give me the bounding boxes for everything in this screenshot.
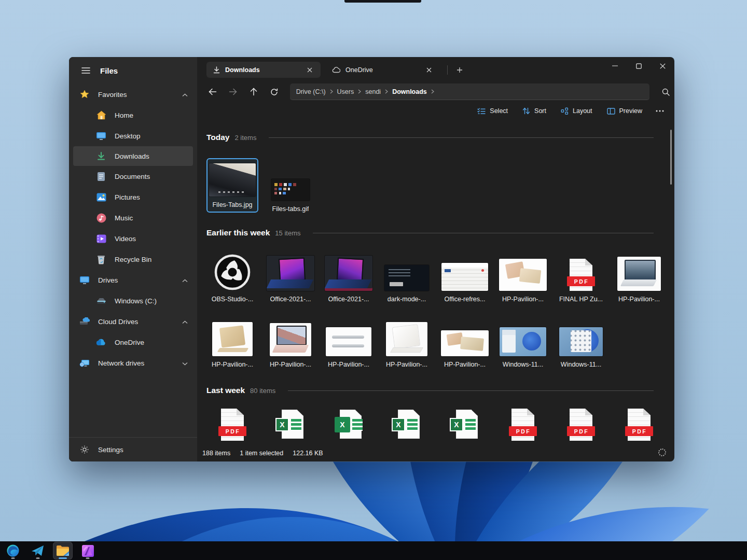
layout-button[interactable]: Layout [556,103,598,119]
desktop: Files Favorites [0,0,747,560]
sidebar-section-cloud-drives[interactable]: Cloud Drives [69,311,197,332]
sidebar-item-recycle-bin[interactable]: Recycle Bin [69,249,197,270]
file-item[interactable]: Windows-11... [555,327,607,368]
breadcrumb-item-current[interactable]: Downloads [392,88,427,95]
close-tab-icon[interactable] [423,64,435,76]
up-button[interactable] [244,84,263,100]
file-name: HP-Pavilion-... [386,361,427,368]
file-grid-area: Today 2 items Files-Tabs.jpg Files-tabs.… [197,120,665,461]
breadcrumb-item[interactable]: Users [337,88,354,95]
sidebar-label: Documents [115,173,150,180]
file-name: Office-refres... [445,296,486,303]
sidebar-item-home[interactable]: Home [69,105,197,125]
hamburger-menu-icon[interactable] [80,65,91,76]
sidebar-section-drives[interactable]: Drives [69,270,197,290]
background-window-sliver [344,0,421,3]
file-name: HP-Pavilion-... [618,296,660,303]
vertical-scrollbar[interactable] [670,130,672,185]
sidebar-item-pictures[interactable]: Pictures [69,187,197,207]
file-item[interactable]: Office-2021-... [265,256,316,303]
sidebar-label: Downloads [115,152,149,160]
excel-file-icon: X [450,410,480,441]
breadcrumb-item[interactable]: sendi [365,88,381,95]
chevron-up-icon[interactable] [182,91,188,99]
file-item[interactable]: Windows-11... [497,327,549,368]
close-tab-icon[interactable] [304,64,315,76]
file-item[interactable]: X [381,410,433,441]
taskbar-edge-icon[interactable] [3,542,23,559]
select-button[interactable]: Select [472,103,513,119]
photo-thumbnail [270,323,311,356]
file-item[interactable]: Office-refres... [439,263,491,303]
back-button[interactable] [203,84,222,100]
file-item[interactable]: Files-Tabs.jpg [206,158,258,213]
earlier-grid-row2: HP-Pavilion-... HP-Pavilion-... HP-Pavil… [206,316,665,368]
search-icon[interactable] [657,84,674,100]
maximize-button[interactable] [627,57,651,75]
sidebar-item-documents[interactable]: Documents [69,166,197,187]
file-item[interactable]: HP-Pavilion-... [265,323,316,368]
document-icon [96,171,106,181]
new-tab-button[interactable] [452,63,467,77]
file-item[interactable]: HP-Pavilion-... [439,330,491,368]
sidebar-label: Windows (C:) [115,297,157,305]
file-item[interactable]: PDF FINAL HP Zu... [555,259,607,303]
section-divider [269,137,654,138]
sidebar-item-music[interactable]: Music [69,207,197,228]
sidebar-item-onedrive[interactable]: OneDrive [69,332,197,353]
screenshot-thumbnail [384,265,429,291]
chevron-up-icon[interactable] [182,276,188,284]
chevron-right-icon [384,87,389,97]
file-item[interactable]: HP-Pavilion-... [497,259,549,303]
file-item[interactable]: Office-2021-... [323,256,375,303]
sidebar-item-settings[interactable]: Settings [69,438,197,461]
breadcrumb-item[interactable]: Drive (C:\) [296,88,326,95]
section-count: 15 items [275,229,300,237]
close-button[interactable] [651,57,674,75]
file-item[interactable]: PDF [613,409,665,441]
address-bar[interactable]: Drive (C:\) Users sendi Downloads [290,83,650,100]
photo-thumbnail [326,327,371,356]
file-item[interactable]: PDF [206,409,258,441]
monitor-icon [96,131,106,141]
taskbar-affinity-photo-icon[interactable] [78,542,98,559]
file-item[interactable]: HP-Pavilion-... [613,257,665,303]
file-item[interactable]: PDF [497,409,549,441]
section-header-last-week: Last week 80 items [206,386,654,395]
chevron-up-icon[interactable] [182,318,188,326]
taskbar-files-icon[interactable] [53,542,73,559]
section-divider [313,233,654,233]
more-options-button[interactable] [652,107,668,115]
sidebar-item-windows-c[interactable]: Windows (C:) [69,290,197,311]
onedrive-cloud-icon [96,337,106,347]
minimize-button[interactable] [603,57,627,75]
file-item[interactable]: PDF [555,409,607,441]
refresh-button[interactable] [265,84,284,100]
sidebar-section-favorites[interactable]: Favorites [69,84,197,105]
section-divider [288,390,654,391]
cloud-tab-icon [332,65,340,75]
file-item[interactable]: X [323,410,375,441]
file-item[interactable]: HP-Pavilion-... [323,327,375,368]
preview-button[interactable]: Preview [602,103,647,119]
taskbar-telegram-icon[interactable] [28,542,48,559]
sort-button[interactable]: Sort [517,103,551,119]
music-icon [96,213,106,223]
photo-thumbnail [441,330,489,356]
tab-downloads[interactable]: Downloads [206,62,321,78]
chevron-down-icon[interactable] [182,359,188,367]
file-item[interactable]: dark-mode-... [381,265,433,303]
file-item[interactable]: X [265,410,316,441]
sidebar-item-videos[interactable]: Videos [69,228,197,249]
tab-onedrive[interactable]: OneDrive [326,62,440,78]
file-item[interactable]: X [439,410,491,441]
file-item[interactable]: Files-tabs.gif [265,179,316,213]
file-item[interactable]: HP-Pavilion-... [381,322,433,368]
forward-button[interactable] [224,84,243,100]
sidebar-item-desktop[interactable]: Desktop [69,125,197,146]
file-item[interactable]: HP-Pavilion-... [206,322,258,368]
files-app-window: Files Favorites [69,57,674,461]
sidebar-section-network-drives[interactable]: Network drives [69,353,197,373]
sidebar-item-downloads[interactable]: Downloads [73,146,193,166]
file-item[interactable]: OBS-Studio-... [206,254,258,303]
